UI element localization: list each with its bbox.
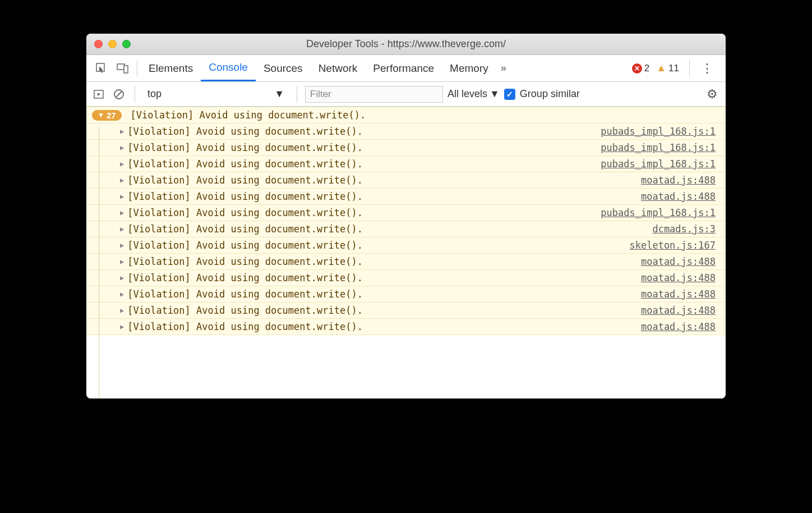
group-indent-line — [99, 127, 99, 399]
log-message: [Violation] Avoid using document.write()… — [127, 240, 363, 251]
svg-rect-2 — [124, 66, 128, 73]
triangle-right-icon[interactable]: ▶ — [120, 323, 124, 331]
log-row[interactable]: ▶[Violation] Avoid using document.write(… — [86, 189, 726, 205]
group-summary: [Violation] Avoid using document.write()… — [131, 109, 366, 121]
log-message: [Violation] Avoid using document.write()… — [127, 272, 363, 283]
context-select[interactable]: top ▼ — [143, 86, 289, 103]
triangle-right-icon[interactable]: ▶ — [120, 290, 124, 298]
log-source-link[interactable]: pubads_impl_168.js:1 — [601, 207, 716, 218]
separator — [135, 86, 135, 103]
log-row[interactable]: ▶[Violation] Avoid using document.write(… — [86, 237, 726, 254]
tabs: ElementsConsoleSourcesNetworkPerformance… — [141, 55, 496, 81]
log-source-link[interactable]: pubads_impl_168.js:1 — [601, 126, 716, 137]
log-row[interactable]: ▶[Violation] Avoid using document.write(… — [86, 270, 726, 286]
window-title: Developer Tools - https://www.theverge.c… — [86, 38, 726, 50]
log-source-link[interactable]: moatad.js:488 — [641, 305, 716, 316]
console-toolbar: top ▼ All levels ▼ ✓ Group similar ⚙ — [86, 82, 726, 107]
log-levels-select[interactable]: All levels ▼ — [447, 88, 500, 100]
triangle-right-icon[interactable]: ▶ — [120, 160, 124, 168]
settings-icon[interactable]: ⚙ — [707, 87, 721, 102]
log-row[interactable]: ▶[Violation] Avoid using document.write(… — [86, 172, 726, 189]
separator — [689, 60, 690, 77]
minimize-icon[interactable] — [108, 40, 117, 48]
tab-memory[interactable]: Memory — [442, 55, 496, 81]
log-row[interactable]: ▶[Violation] Avoid using document.write(… — [86, 205, 726, 221]
log-source-link[interactable]: skeleton.js:167 — [629, 240, 716, 251]
svg-rect-1 — [117, 64, 124, 70]
log-message: [Violation] Avoid using document.write()… — [127, 126, 363, 137]
more-menu-icon[interactable]: ⋮ — [695, 61, 719, 76]
log-message: [Violation] Avoid using document.write()… — [127, 191, 363, 202]
triangle-right-icon[interactable]: ▶ — [120, 274, 124, 282]
log-row[interactable]: ▶[Violation] Avoid using document.write(… — [86, 303, 726, 319]
triangle-right-icon[interactable]: ▶ — [120, 258, 124, 265]
console-output: ▼ 27 [Violation] Avoid using document.wr… — [86, 107, 726, 399]
dropdown-icon: ▼ — [490, 88, 500, 100]
status-badges: ✕ 2 ▲ 11 ⋮ — [632, 60, 721, 77]
zoom-icon[interactable] — [122, 40, 131, 48]
log-row[interactable]: ▶[Violation] Avoid using document.write(… — [86, 221, 726, 237]
tab-console[interactable]: Console — [201, 55, 256, 81]
tabs-overflow-icon[interactable]: » — [496, 62, 511, 74]
tab-bar: ElementsConsoleSourcesNetworkPerformance… — [86, 55, 726, 82]
log-message: [Violation] Avoid using document.write()… — [127, 175, 363, 186]
triangle-right-icon[interactable]: ▶ — [120, 241, 124, 249]
log-message: [Violation] Avoid using document.write()… — [127, 158, 363, 170]
log-message: [Violation] Avoid using document.write()… — [127, 223, 363, 235]
log-row[interactable]: ▶[Violation] Avoid using document.write(… — [86, 319, 726, 335]
log-message: [Violation] Avoid using document.write()… — [127, 305, 363, 316]
tab-sources[interactable]: Sources — [256, 55, 311, 81]
log-source-link[interactable]: pubads_impl_168.js:1 — [601, 142, 716, 153]
log-source-link[interactable]: moatad.js:488 — [641, 256, 716, 267]
sidebar-toggle-icon[interactable] — [91, 86, 107, 102]
levels-label: All levels — [447, 88, 487, 100]
log-row[interactable]: ▶[Violation] Avoid using document.write(… — [86, 156, 726, 172]
triangle-down-icon: ▼ — [98, 111, 104, 119]
group-similar-checkbox[interactable]: ✓ — [504, 89, 515, 100]
log-message: [Violation] Avoid using document.write()… — [127, 256, 363, 267]
log-source-link[interactable]: dcmads.js:3 — [652, 223, 716, 235]
triangle-right-icon[interactable]: ▶ — [120, 193, 124, 200]
log-source-link[interactable]: pubads_impl_168.js:1 — [601, 158, 716, 170]
warning-icon[interactable]: ▲ — [656, 62, 666, 74]
log-row[interactable]: ▶[Violation] Avoid using document.write(… — [86, 286, 726, 303]
filter-input[interactable] — [305, 86, 443, 103]
log-message: [Violation] Avoid using document.write()… — [127, 142, 363, 153]
log-source-link[interactable]: moatad.js:488 — [641, 288, 716, 300]
log-message: [Violation] Avoid using document.write()… — [127, 288, 363, 300]
log-message: [Violation] Avoid using document.write()… — [127, 207, 363, 218]
tab-network[interactable]: Network — [311, 55, 366, 81]
context-value: top — [147, 88, 162, 100]
group-similar-label: Group similar — [520, 88, 580, 100]
clear-console-icon[interactable] — [111, 86, 127, 102]
triangle-right-icon[interactable]: ▶ — [120, 225, 124, 233]
triangle-right-icon[interactable]: ▶ — [120, 209, 124, 217]
titlebar: Developer Tools - https://www.theverge.c… — [86, 34, 726, 55]
log-row[interactable]: ▶[Violation] Avoid using document.write(… — [86, 254, 726, 270]
log-group-header[interactable]: ▼ 27 [Violation] Avoid using document.wr… — [86, 107, 726, 123]
tab-performance[interactable]: Performance — [365, 55, 442, 81]
log-row[interactable]: ▶[Violation] Avoid using document.write(… — [86, 140, 726, 156]
svg-line-5 — [116, 91, 122, 97]
triangle-right-icon[interactable]: ▶ — [120, 127, 124, 135]
error-count: 2 — [644, 63, 649, 74]
error-icon[interactable]: ✕ — [632, 63, 642, 74]
triangle-right-icon[interactable]: ▶ — [120, 144, 124, 152]
log-row[interactable]: ▶[Violation] Avoid using document.write(… — [86, 123, 726, 140]
triangle-right-icon[interactable]: ▶ — [120, 306, 124, 314]
log-source-link[interactable]: moatad.js:488 — [641, 321, 716, 332]
device-toggle-icon[interactable] — [112, 58, 133, 79]
log-source-link[interactable]: moatad.js:488 — [641, 191, 716, 202]
devtools-window: Developer Tools - https://www.theverge.c… — [86, 34, 726, 399]
tab-elements[interactable]: Elements — [141, 55, 201, 81]
close-icon[interactable] — [94, 40, 103, 48]
inspect-icon[interactable] — [91, 58, 112, 79]
separator — [137, 60, 137, 77]
triangle-right-icon[interactable]: ▶ — [120, 176, 124, 184]
group-count-badge: ▼ 27 — [92, 110, 122, 121]
log-source-link[interactable]: moatad.js:488 — [641, 175, 716, 186]
dropdown-icon: ▼ — [274, 88, 284, 100]
traffic-lights — [86, 40, 131, 48]
log-message: [Violation] Avoid using document.write()… — [127, 321, 363, 332]
log-source-link[interactable]: moatad.js:488 — [641, 272, 716, 283]
